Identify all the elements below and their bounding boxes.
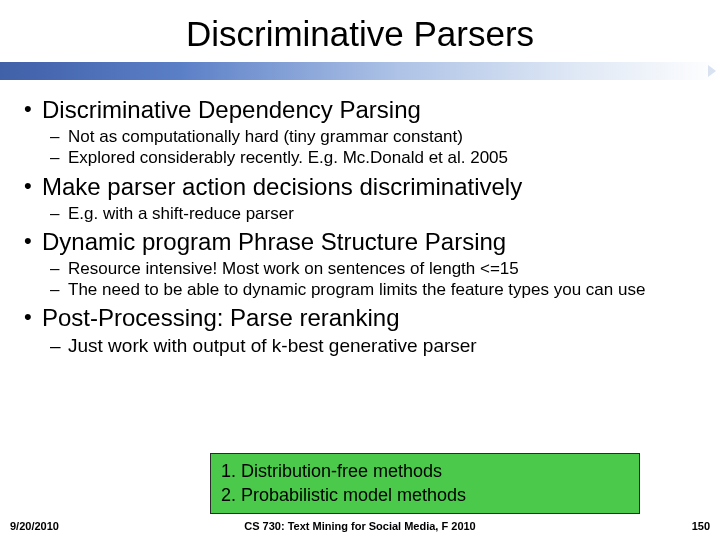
bullet-2: Make parser action decisions discriminat…: [22, 173, 698, 201]
box-line-2: 2. Probabilistic model methods: [221, 484, 629, 507]
bullet-3a: Resource intensive! Most work on sentenc…: [22, 258, 698, 279]
slide-title: Discriminative Parsers: [0, 0, 720, 62]
accent-bar: [0, 62, 720, 80]
bullet-1: Discriminative Dependency Parsing: [22, 96, 698, 124]
footer: 9/20/2010 CS 730: Text Mining for Social…: [0, 520, 720, 538]
bullet-4: Post-Processing: Parse reranking: [22, 304, 698, 332]
bullet-3b: The need to be able to dynamic program l…: [22, 279, 698, 300]
box-line-1: 1. Distribution-free methods: [221, 460, 629, 483]
footer-course: CS 730: Text Mining for Social Media, F …: [0, 520, 720, 532]
bullet-2a: E.g. with a shift-reduce parser: [22, 203, 698, 224]
bullet-1b: Explored considerably recently. E.g. Mc.…: [22, 147, 698, 168]
bullet-1a: Not as computationally hard (tiny gramma…: [22, 126, 698, 147]
slide-body: Discriminative Dependency Parsing Not as…: [0, 80, 720, 358]
highlight-box: 1. Distribution-free methods 2. Probabil…: [210, 453, 640, 514]
bullet-3: Dynamic program Phrase Structure Parsing: [22, 228, 698, 256]
bullet-4a: Just work with output of k-best generati…: [22, 334, 698, 358]
footer-page: 150: [692, 520, 710, 532]
